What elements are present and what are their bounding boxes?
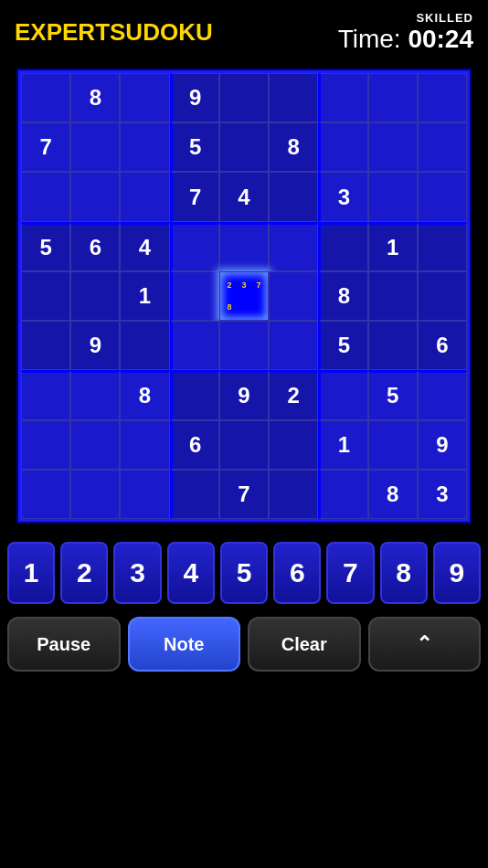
cell-7-3[interactable]: 6 [170,420,219,470]
cell-3-4[interactable] [219,222,269,271]
cell-5-6[interactable]: 5 [318,321,367,370]
numpad-btn-6[interactable]: 6 [273,542,321,604]
clear-button[interactable]: Clear [248,617,361,672]
cell-6-4[interactable]: 9 [219,370,269,419]
cell-2-3[interactable]: 7 [170,172,219,221]
cell-7-4[interactable] [219,420,269,470]
cell-value-7-8: 9 [436,432,448,458]
cell-8-8[interactable]: 3 [418,470,467,519]
cell-7-5[interactable] [269,420,318,470]
cell-2-2[interactable] [120,172,169,221]
cell-0-6[interactable] [318,73,367,122]
cell-1-8[interactable] [418,122,467,172]
cell-6-7[interactable]: 5 [368,370,418,419]
cell-4-6[interactable]: 8 [318,271,367,321]
cell-1-2[interactable] [120,122,169,172]
cell-0-1[interactable]: 8 [70,73,120,122]
cell-6-5[interactable]: 2 [269,370,318,419]
cell-0-8[interactable] [418,73,467,122]
cell-7-2[interactable] [120,420,169,470]
cell-8-7[interactable]: 8 [368,470,418,519]
cell-1-7[interactable] [368,122,418,172]
cell-8-4[interactable]: 7 [219,470,269,519]
cell-4-1[interactable] [70,271,120,321]
cell-8-1[interactable] [70,470,120,519]
cell-3-2[interactable]: 4 [120,222,169,271]
cell-1-0[interactable]: 7 [21,122,70,172]
cell-5-1[interactable]: 9 [70,321,120,370]
cell-3-8[interactable] [418,222,467,271]
cell-3-6[interactable] [318,222,367,271]
cell-1-3[interactable]: 5 [170,122,219,172]
note-digit-3: 8 [222,296,237,318]
cell-7-7[interactable] [368,420,418,470]
cell-2-8[interactable] [418,172,467,221]
cell-0-4[interactable] [219,73,269,122]
cell-value-6-2: 8 [139,383,151,408]
cell-2-7[interactable] [368,172,418,221]
cell-3-7[interactable]: 1 [368,222,418,271]
cell-5-0[interactable] [21,321,70,370]
cell-0-7[interactable] [368,73,418,122]
numpad-btn-5[interactable]: 5 [220,542,268,604]
cell-value-3-1: 6 [90,235,101,260]
cell-5-3[interactable] [170,321,219,370]
cell-6-6[interactable] [318,370,367,419]
cell-0-3[interactable]: 9 [170,73,219,122]
cell-3-3[interactable] [170,222,219,271]
cell-1-5[interactable]: 8 [269,122,318,172]
cell-8-6[interactable] [318,470,367,519]
cell-3-5[interactable] [269,222,318,271]
cell-0-0[interactable] [21,73,70,122]
cell-7-6[interactable]: 1 [318,420,367,470]
numpad-btn-4[interactable]: 4 [167,542,215,604]
cell-2-0[interactable] [21,172,70,221]
cell-4-4[interactable]: 2378 [219,271,269,321]
cell-1-6[interactable] [318,122,367,172]
cell-6-2[interactable]: 8 [120,370,169,419]
cell-4-8[interactable] [418,271,467,321]
cell-2-5[interactable] [269,172,318,221]
cell-8-2[interactable] [120,470,169,519]
cell-2-6[interactable]: 3 [318,172,367,221]
cell-4-7[interactable] [368,271,418,321]
cell-7-1[interactable] [70,420,120,470]
cell-5-4[interactable] [219,321,269,370]
cell-7-0[interactable] [21,420,70,470]
cell-7-8[interactable]: 9 [418,420,467,470]
cell-6-0[interactable] [21,370,70,419]
cell-3-0[interactable]: 5 [21,222,70,271]
numpad-btn-9[interactable]: 9 [433,542,481,604]
up-button[interactable]: ⌃ [368,617,482,672]
cell-8-0[interactable] [21,470,70,519]
cell-5-8[interactable]: 6 [418,321,467,370]
cell-0-5[interactable] [269,73,318,122]
numpad-btn-7[interactable]: 7 [326,542,374,604]
numpad-btn-8[interactable]: 8 [380,542,428,604]
cell-2-1[interactable] [70,172,120,221]
cell-2-4[interactable]: 4 [219,172,269,221]
pause-button[interactable]: Pause [7,617,121,672]
cell-0-2[interactable] [120,73,169,122]
cell-8-3[interactable] [170,470,219,519]
cell-4-3[interactable] [170,271,219,321]
cell-4-2[interactable]: 1 [120,271,169,321]
cell-5-7[interactable] [368,321,418,370]
cell-1-1[interactable] [70,122,120,172]
numpad-btn-2[interactable]: 2 [60,542,108,604]
cell-6-8[interactable] [418,370,467,419]
numpad-btn-1[interactable]: 1 [7,542,55,604]
cell-6-1[interactable] [70,370,120,419]
cell-value-1-5: 8 [288,134,300,160]
cell-5-5[interactable] [269,321,318,370]
cell-value-7-3: 6 [189,432,201,458]
cell-8-5[interactable] [269,470,318,519]
cell-1-4[interactable] [219,122,269,172]
numpad-btn-3[interactable]: 3 [113,542,161,604]
cell-6-3[interactable] [170,370,219,419]
cell-4-0[interactable] [21,271,70,321]
cell-4-5[interactable] [269,271,318,321]
cell-5-2[interactable] [120,321,169,370]
cell-3-1[interactable]: 6 [70,222,120,271]
note-button[interactable]: Note [128,617,241,672]
